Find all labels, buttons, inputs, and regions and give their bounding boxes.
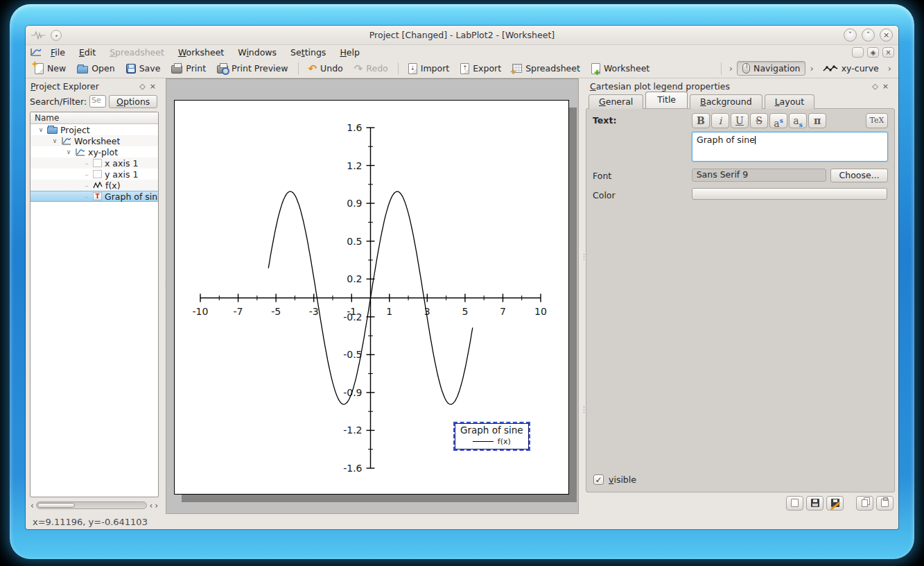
mdi-float-button[interactable]: ◈	[867, 47, 879, 58]
navigation-button[interactable]: Navigation	[737, 61, 805, 76]
tab-background[interactable]: Background	[690, 94, 762, 109]
toolbar-separator	[298, 62, 299, 75]
tab-general[interactable]: General	[589, 94, 643, 109]
copy-button[interactable]	[856, 496, 873, 511]
tree-item-project[interactable]: ∨ Project	[30, 124, 158, 135]
scroll-left-icon[interactable]: ‹	[149, 501, 152, 510]
tree-item-legend-title[interactable]: – T Graph of sin	[30, 191, 158, 202]
menu-settings[interactable]: Settings	[285, 46, 331, 58]
tree-item-worksheet[interactable]: ∨ Worksheet	[30, 135, 158, 146]
dock-float-icon[interactable]: ◇	[870, 82, 880, 91]
save-template-button[interactable]	[806, 496, 823, 511]
toolbar-separator	[398, 62, 399, 75]
tab-layout[interactable]: Layout	[765, 94, 815, 109]
new-spreadsheet-button[interactable]: ✚ Spreadsheet	[507, 62, 585, 75]
tree-item-xy-plot[interactable]: ∨ xy-plot	[30, 146, 158, 157]
scrollbar-track[interactable]	[36, 501, 148, 509]
save-icon	[811, 499, 819, 507]
subscript-button[interactable]: as	[789, 113, 807, 128]
tab-title[interactable]: Title	[645, 92, 688, 108]
title-text-input[interactable]: Graph of sine	[692, 132, 888, 162]
xy-curve-button[interactable]: xy-curve	[818, 62, 884, 75]
folder-icon	[47, 127, 58, 134]
scroll-left-icon[interactable]: ‹	[30, 501, 34, 510]
visible-checkbox[interactable]: ✓	[593, 474, 604, 485]
color-swatch-button[interactable]	[692, 188, 887, 200]
open-button[interactable]: Open	[72, 62, 119, 75]
horizontal-scrollbar[interactable]: ‹ ‹ ›	[30, 500, 158, 511]
minimize-button[interactable]: ˅	[844, 28, 857, 42]
svg-text:-0.5: -0.5	[343, 349, 362, 360]
properties-dock: Cartesian plot legend properties ◇ × Gen…	[584, 78, 898, 514]
scroll-right-icon[interactable]: ›	[155, 501, 158, 510]
print-preview-button[interactable]: Print Preview	[212, 62, 293, 75]
menu-worksheet[interactable]: Worksheet	[173, 46, 229, 58]
worksheet-page[interactable]: -10-7-5-3-11357101.61.20.90.50.2-0.2-0.5…	[174, 100, 569, 495]
italic-button[interactable]: i	[711, 113, 729, 128]
titlebar[interactable]: Project [Changed] - LabPlot2 - [Workshee…	[26, 26, 898, 45]
print-button[interactable]: Print	[166, 62, 211, 75]
new-button[interactable]: ✚ New	[30, 62, 71, 76]
font-field[interactable]: Sans Serif 9	[692, 169, 827, 182]
new-worksheet-button[interactable]: ✚ Worksheet	[586, 62, 654, 76]
superscript-button[interactable]: as	[769, 113, 787, 128]
dock-close-icon[interactable]: ×	[880, 82, 891, 91]
save-edit-icon	[831, 499, 839, 507]
curve-icon	[93, 182, 103, 189]
plot-legend[interactable]: Graph of sine f(x)	[453, 422, 530, 451]
bold-button[interactable]: B	[692, 113, 710, 128]
tree-item-fx-curve[interactable]: – f(x)	[30, 180, 158, 191]
menu-file[interactable]: File	[45, 46, 71, 58]
expander-icon[interactable]: ∨	[65, 148, 72, 155]
dock-close-icon[interactable]: ×	[148, 82, 158, 91]
app-pulse-icon	[31, 31, 45, 40]
dock-float-icon[interactable]: ◇	[137, 82, 147, 91]
toolbar-overflow-icon[interactable]: ›	[885, 63, 894, 74]
properties-title: Cartesian plot legend properties	[590, 81, 870, 92]
import-button[interactable]: ⇣ Import	[403, 62, 455, 76]
mdi-restore-button[interactable]	[852, 47, 864, 58]
tree-item-y-axis[interactable]: – y axis 1	[30, 169, 158, 180]
menu-edit[interactable]: Edit	[73, 46, 101, 58]
svg-text:-1.2: -1.2	[343, 424, 362, 436]
font-choose-button[interactable]: Choose...	[830, 169, 888, 182]
symbols-pi-button[interactable]: π	[808, 113, 826, 128]
menu-help[interactable]: Help	[334, 46, 365, 58]
toolbar-overflow-icon[interactable]: ›	[807, 63, 816, 74]
save-button[interactable]: Save	[121, 62, 166, 75]
project-explorer-dock: Project Explorer ◇ × Search/Filter: Se O…	[26, 78, 162, 514]
axis-icon	[93, 159, 102, 167]
tree-column-header[interactable]: Name	[30, 112, 158, 124]
toolbar-overflow-icon[interactable]: ›	[726, 63, 735, 74]
mdi-close-button[interactable]: ×	[882, 47, 894, 58]
undo-button[interactable]: ↶ Undo	[304, 62, 348, 75]
search-input[interactable]: Se	[89, 95, 106, 108]
export-button[interactable]: ⇡ Export	[455, 62, 506, 76]
visible-label: visible	[609, 474, 636, 485]
splitter-handle[interactable]	[579, 78, 584, 514]
pin-button[interactable]	[51, 30, 62, 41]
close-button[interactable]: ×	[880, 28, 893, 42]
expander-icon[interactable]: ∨	[51, 137, 58, 144]
scrollbar-handle[interactable]	[37, 503, 75, 508]
search-filter-label: Search/Filter:	[30, 96, 87, 107]
load-template-button[interactable]	[786, 496, 803, 511]
menu-windows[interactable]: Windows	[232, 46, 282, 58]
svg-text:0.9: 0.9	[347, 198, 362, 209]
worksheet-view[interactable]: -10-7-5-3-11357101.61.20.90.50.2-0.2-0.5…	[166, 78, 579, 514]
import-icon: ⇣	[408, 63, 417, 74]
maximize-button[interactable]: ˄	[862, 28, 875, 42]
legend-entry-label: f(x)	[498, 437, 511, 446]
worksheet-icon	[61, 137, 71, 145]
options-button[interactable]: Options	[109, 95, 157, 108]
save-as-default-button[interactable]	[826, 496, 844, 511]
project-tree: ∨ Project ∨ Worksheet ∨ xy-plot	[30, 124, 158, 497]
underline-button[interactable]: U	[731, 113, 749, 128]
tree-item-x-axis[interactable]: – x axis 1	[30, 157, 158, 169]
tex-button[interactable]: TeX	[866, 113, 888, 128]
svg-text:-0.2: -0.2	[343, 311, 362, 323]
redo-icon: ↷	[354, 64, 363, 74]
paste-button[interactable]	[876, 496, 894, 511]
strikethrough-button[interactable]: S	[750, 113, 768, 128]
expander-icon[interactable]: ∨	[37, 126, 44, 133]
